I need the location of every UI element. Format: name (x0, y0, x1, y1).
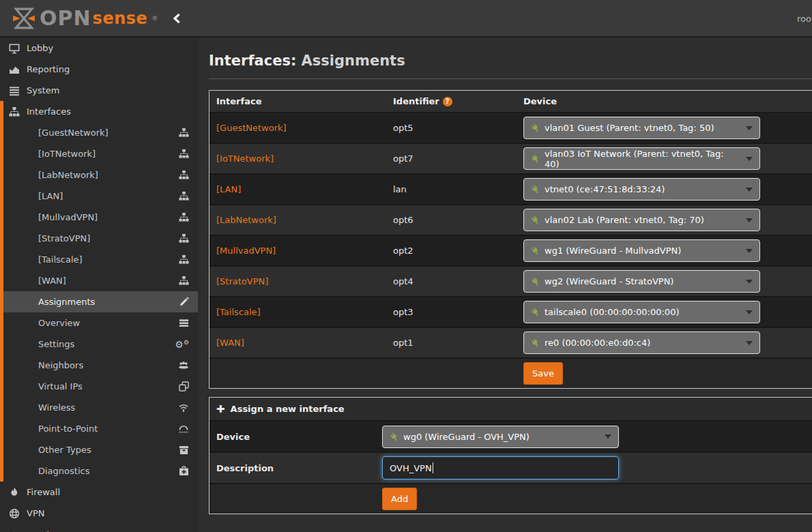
sidebar-item-point-to-point[interactable]: Point-to-Point (0, 418, 198, 439)
plug-icon (529, 121, 542, 135)
interface-link[interactable]: [GuestNetwork] (216, 123, 287, 133)
sidebar-item-tailscale[interactable]: [Tailscale] (0, 249, 198, 270)
plug-icon (529, 244, 542, 258)
sidebar-item-labnetwork[interactable]: [LabNetwork] (0, 164, 198, 186)
reorder-icon (179, 318, 189, 328)
sitemap-icon (179, 191, 189, 201)
sidebar-item-virtual-ips[interactable]: Virtual IPs (0, 376, 198, 397)
sidebar-item-wireless[interactable]: Wireless (0, 397, 198, 418)
brand-sense: sense (93, 10, 148, 27)
sidebar-item-services[interactable]: ⚙ Services (0, 524, 198, 532)
table-row: [LabNetwork] opt6 vlan02 Lab (Parent: vt… (209, 204, 812, 235)
sidebar-item-neighbors[interactable]: Neighbors (0, 355, 198, 376)
sidebar-item-system[interactable]: System (0, 80, 198, 101)
interface-link[interactable]: [Tailscale] (216, 307, 261, 317)
sidebar-item-label: Lobby (27, 43, 53, 53)
table-header-row: Interface Identifier ? Device (209, 91, 812, 112)
device-select-value: wg1 (WireGuard - MullvadVPN) (545, 246, 681, 256)
device-select[interactable]: vlan03 IoT Network (Parent: vtnet0, Tag:… (523, 147, 760, 170)
interface-link[interactable]: [IoTNetwork] (216, 153, 274, 164)
identifier-value: lan (386, 184, 517, 194)
device-field-row: Device wg0 (WireGuard - OVH_VPN) (209, 420, 812, 452)
interface-link[interactable]: [StratoVPN] (216, 276, 268, 286)
archive-icon (179, 445, 189, 455)
interface-link[interactable]: [LAN] (216, 184, 241, 194)
sidebar-item-diagnostics[interactable]: Diagnostics (0, 460, 198, 482)
device-select[interactable]: re0 (00:00:00:e0:d0:c4) (523, 331, 760, 354)
sidebar-item-label: Settings (38, 339, 74, 349)
sidebar-item-label: Neighbors (38, 360, 83, 370)
device-select[interactable]: vtnet0 (ce:47:51:8d:33:24) (523, 178, 760, 201)
interfaces-section: Interfaces [GuestNetwork] [IoTNetwork] [… (0, 101, 198, 482)
sidebar-item-stratovpn[interactable]: [StratoVPN] (0, 228, 198, 249)
chevron-left-icon (173, 13, 181, 24)
table-row: [IoTNetwork] opt7 vlan03 IoT Network (Pa… (209, 143, 812, 173)
logged-in-user[interactable]: roo (797, 14, 811, 24)
sidebar-item-label: Diagnostics (38, 466, 89, 476)
sidebar-item-assignments[interactable]: Assignments (0, 291, 198, 312)
plus-icon: ✚ (216, 403, 225, 415)
sitemap-icon (179, 233, 189, 243)
sidebar-item-guestnetwork[interactable]: [GuestNetwork] (0, 122, 198, 143)
plug-icon (529, 213, 542, 227)
description-input[interactable]: OVH_VPN (382, 456, 619, 479)
wifi-icon (178, 402, 189, 413)
sidebar-item-interfaces[interactable]: Interfaces (0, 101, 198, 122)
pencil-icon (179, 297, 189, 307)
description-field-label: Description (209, 463, 382, 473)
sidebar-item-overview[interactable]: Overview (0, 312, 198, 334)
description-field-row: Description OVH_VPN (209, 452, 812, 483)
device-select[interactable]: wg2 (WireGuard - StratoVPN) (523, 270, 760, 293)
description-input-value: OVH_VPN (390, 463, 432, 473)
identifier-value: opt7 (386, 153, 517, 164)
new-device-select[interactable]: wg0 (WireGuard - OVH_VPN) (382, 426, 619, 448)
device-select[interactable]: tailscale0 (00:00:00:00:00:00) (523, 301, 760, 323)
add-button[interactable]: Add (382, 488, 417, 510)
assignments-table: Interface Identifier ? Device [GuestNetw… (209, 90, 812, 389)
sidebar-item-mullvadvpn[interactable]: [MullvadVPN] (0, 207, 198, 228)
sidebar-item-vpn[interactable]: VPN (0, 503, 198, 524)
table-footer: Save (209, 357, 812, 388)
interface-link[interactable]: [LabNetwork] (216, 215, 276, 225)
sidebar-item-label: [IoTNetwork] (38, 149, 96, 159)
page-title-section: Interfaces: (209, 53, 296, 69)
device-select[interactable]: wg1 (WireGuard - MullvadVPN) (523, 239, 760, 262)
column-header-interface: Interface (209, 96, 386, 106)
sidebar-collapse-button[interactable] (173, 13, 181, 24)
sidebar-item-label: [GuestNetwork] (38, 128, 108, 138)
assign-panel-title: Assign a new interface (231, 404, 345, 414)
sidebar-item-label: Assignments (38, 297, 95, 307)
assign-panel-header: ✚ Assign a new interface (209, 398, 812, 420)
sitemap-icon (179, 276, 189, 286)
brand-registered-mark: ® (151, 15, 158, 22)
sitemap-icon (179, 170, 189, 180)
interface-link[interactable]: [MullvadVPN] (216, 246, 276, 256)
sidebar-item-reporting[interactable]: Reporting (0, 59, 198, 80)
chevron-down-icon (605, 434, 611, 439)
chevron-down-icon (746, 188, 753, 192)
area-chart-icon (9, 64, 20, 75)
table-row: [MullvadVPN] opt2 wg1 (WireGuard - Mullv… (209, 235, 812, 265)
sidebar-item-firewall[interactable]: Firewall (0, 482, 198, 503)
sitemap-icon (179, 149, 189, 159)
sidebar-item-other-types[interactable]: Other Types (0, 439, 198, 460)
sidebar-item-lobby[interactable]: Lobby (0, 38, 198, 59)
device-select-value: re0 (00:00:00:e0:d0:c4) (545, 338, 650, 348)
sidebar-item-settings[interactable]: Settings ⚙⚙ (0, 334, 198, 355)
sidebar-item-wan[interactable]: [WAN] (0, 270, 198, 291)
save-button[interactable]: Save (523, 362, 563, 385)
help-icon[interactable]: ? (443, 97, 452, 106)
table-row: [WAN] opt1 re0 (00:00:00:e0:d0:c4) (209, 327, 812, 357)
identifier-value: opt2 (386, 246, 517, 256)
interface-link[interactable]: [WAN] (216, 338, 244, 348)
device-select-value: wg2 (WireGuard - StratoVPN) (545, 276, 673, 286)
opnsense-logo[interactable]: OPNsense® (0, 8, 158, 29)
chevron-down-icon (746, 280, 753, 284)
page-title: Interfaces: Assignments (209, 38, 812, 78)
sidebar-item-iotnetwork[interactable]: [IoTNetwork] (0, 143, 198, 164)
device-select[interactable]: vlan02 Lab (Parent: vtnet0, Tag: 70) (523, 209, 760, 231)
sidebar-item-lan[interactable]: [LAN] (0, 186, 198, 207)
sitemap-icon (179, 128, 189, 138)
device-select[interactable]: vlan01 Guest (Parent: vtnet0, Tag: 50) (523, 117, 760, 139)
plug-icon (388, 430, 401, 443)
